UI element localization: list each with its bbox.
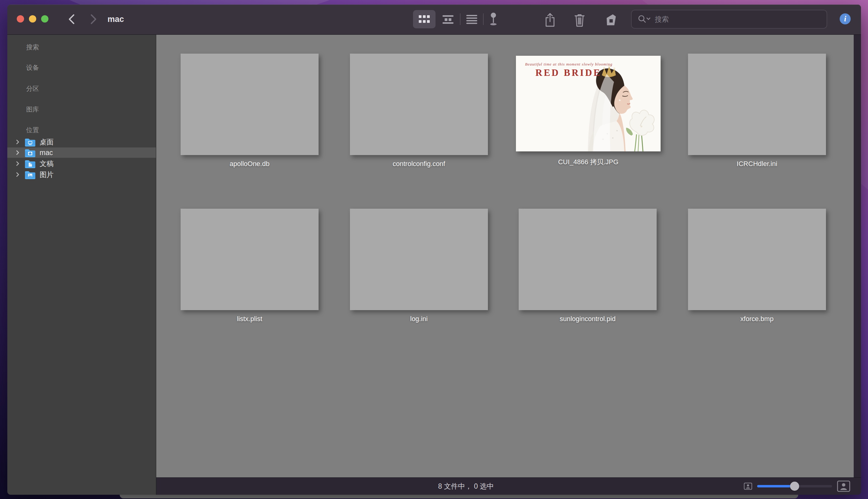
traffic-lights	[17, 15, 48, 23]
info-button[interactable]: i	[840, 13, 851, 24]
chevron-right-icon	[89, 13, 98, 25]
share-button[interactable]	[544, 12, 556, 27]
file-thumbnail[interactable]	[688, 209, 826, 310]
info-glyph: i	[844, 14, 846, 23]
file-name[interactable]: controlconfig.conf	[350, 159, 488, 169]
archive-button[interactable]	[604, 13, 617, 26]
disclosure-chevron-icon[interactable]	[15, 161, 20, 166]
file-name[interactable]: sunlogincontrol.pid	[519, 314, 657, 324]
disclosure-chevron-icon[interactable]	[15, 139, 20, 144]
share-icon	[544, 12, 556, 27]
sidebar-item-label: mac	[40, 149, 53, 157]
disclosure-chevron-icon[interactable]	[15, 150, 20, 155]
sidebar-item-desktop[interactable]: 桌面	[7, 137, 156, 147]
pin-view-button[interactable]	[489, 10, 497, 28]
file-thumbnail[interactable]	[181, 53, 319, 155]
desktop-folder-icon	[24, 137, 36, 147]
gallery-icon	[442, 14, 454, 24]
sidebar-section-gallery: 图库	[26, 106, 39, 113]
file-thumbnail[interactable]	[688, 53, 826, 155]
sidebar-section-devices: 设备	[26, 64, 39, 72]
toolbar-separator	[483, 13, 484, 25]
sidebar-section-search: 搜索	[26, 43, 39, 51]
zoom-out-icon	[744, 483, 752, 490]
file-grid: Beautiful time at this moment slowly blo…	[156, 35, 854, 477]
pin-icon	[489, 12, 497, 26]
pictures-folder-icon	[24, 170, 36, 179]
red-bride-title: RED BRIDE	[535, 67, 601, 78]
gallery-view-button[interactable]	[442, 10, 454, 28]
sidebar-section-partitions: 分区	[26, 85, 39, 93]
file-name[interactable]: CUI_4866 拷贝.JPG	[519, 158, 657, 167]
disclosure-chevron-icon[interactable]	[15, 172, 20, 177]
sidebar-item-pictures[interactable]: 图片	[7, 169, 156, 180]
search-field[interactable]	[631, 10, 827, 29]
trash-icon	[574, 12, 585, 27]
view-mode-switcher	[413, 10, 497, 28]
search-input[interactable]	[654, 15, 827, 24]
file-name[interactable]: log.ini	[350, 314, 488, 324]
sidebar: 搜索 设备 分区 图库 位置 桌面	[7, 35, 156, 495]
file-thumbnail[interactable]	[181, 209, 319, 310]
slider-thumb[interactable]	[790, 482, 799, 491]
sidebar-item-label: 图片	[40, 170, 53, 180]
sidebar-item-mac[interactable]: mac	[7, 147, 156, 158]
window-title: mac	[108, 15, 124, 24]
sidebar-section-locations: 位置	[26, 126, 39, 134]
file-manager-window: mac	[7, 4, 861, 495]
search-icon	[638, 15, 651, 24]
slider-fill	[757, 485, 795, 487]
slider-track[interactable]	[757, 485, 832, 487]
sidebar-item-documents[interactable]: 文稿	[7, 158, 156, 169]
documents-folder-icon	[24, 159, 36, 168]
forward-button[interactable]	[89, 13, 98, 25]
list-view-button[interactable]	[466, 10, 477, 28]
zoom-in-icon	[837, 480, 850, 492]
trash-button[interactable]	[574, 12, 585, 27]
sidebar-item-label: 桌面	[40, 137, 53, 147]
home-folder-icon	[24, 148, 36, 157]
zoom-button[interactable]	[41, 15, 48, 23]
icon-view-button[interactable]	[413, 10, 435, 28]
sidebar-item-label: 文稿	[40, 159, 53, 169]
grid-icon	[418, 14, 430, 24]
list-icon	[466, 14, 477, 24]
back-button[interactable]	[67, 13, 76, 25]
red-bride-script: Beautiful time at this moment slowly blo…	[525, 62, 625, 67]
file-name[interactable]: ICRCHdler.ini	[688, 159, 826, 169]
minimize-button[interactable]	[29, 15, 36, 23]
file-thumbnail[interactable]	[350, 53, 488, 155]
thumbnail-zoom-slider	[744, 478, 850, 495]
status-bar: 8 文件中， 0 选中	[156, 477, 861, 495]
chevron-left-icon	[67, 13, 76, 25]
file-thumbnail[interactable]	[519, 209, 657, 310]
bag-icon	[604, 13, 617, 26]
file-name[interactable]: xforce.bmp	[688, 314, 826, 324]
close-button[interactable]	[17, 15, 24, 23]
file-name[interactable]: listx.plist	[181, 314, 319, 324]
file-name[interactable]: apolloOne.db	[181, 159, 319, 169]
file-thumbnail-photo[interactable]: Beautiful time at this moment slowly blo…	[516, 56, 661, 151]
file-thumbnail[interactable]	[350, 209, 488, 310]
toolbar: mac	[7, 4, 861, 35]
toolbar-separator	[460, 13, 460, 25]
